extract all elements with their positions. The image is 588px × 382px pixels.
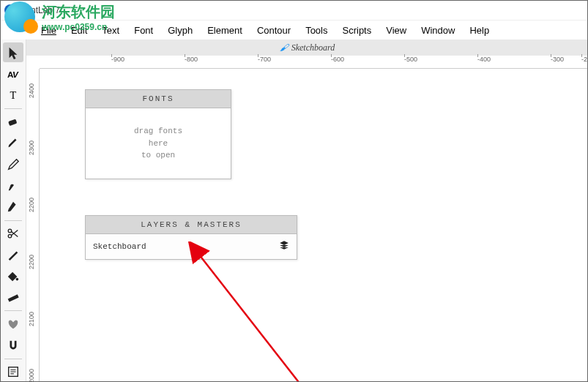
drop-hint-line: drag fonts [134,125,182,138]
svg-rect-7 [7,294,18,302]
menu-glyph[interactable]: Glyph [160,22,200,39]
note-icon[interactable] [3,362,23,382]
layers-panel-title: LAYERS & MASTERS [86,216,297,234]
pointer-icon[interactable] [3,42,23,62]
tab-label: Sketchboard [291,42,335,53]
scissors-icon[interactable] [3,224,23,244]
menu-tools[interactable]: Tools [298,22,335,39]
canvas[interactable]: FONTS drag fonts here to open LAYERS & M… [40,69,588,382]
menu-help[interactable]: Help [462,22,496,39]
title-bar: F FontLab 7 [0,0,588,20]
kerning-icon[interactable]: AV [3,64,23,83]
ruler-tick: 2000 [28,369,35,382]
menu-bar: FileEditTextFontGlyphElementContourTools… [0,20,588,40]
drop-hint-line: to open [141,149,175,162]
pencil-icon[interactable] [3,154,23,174]
ruler-tick: -400 [477,56,491,63]
heart-icon[interactable] [3,314,23,334]
fill-icon[interactable] [3,266,23,286]
menu-file[interactable]: File [34,22,64,39]
fonts-panel-title: FONTS [86,90,231,108]
layers-panel[interactable]: LAYERS & MASTERS Sketchboard [85,215,297,260]
fonts-panel-body[interactable]: drag fonts here to open [86,108,231,179]
fonts-panel[interactable]: FONTS drag fonts here to open [85,89,231,179]
ruler-tick: 2400 [28,83,35,98]
layer-name: Sketchboard [93,242,146,251]
ruler-tick: -600 [331,56,344,63]
tab-sketchboard[interactable]: 🖌 Sketchboard [280,42,335,53]
ruler-tick: 2200 [28,198,35,212]
menu-view[interactable]: View [379,22,414,39]
menu-text[interactable]: Text [94,22,127,39]
ruler-tick: -200 [581,56,588,63]
ruler-tick: -900 [111,56,124,63]
annotation-arrow [186,241,332,382]
ruler-tick: -800 [185,56,198,63]
ruler-icon[interactable] [3,288,23,307]
menu-contour[interactable]: Contour [250,22,298,39]
menu-edit[interactable]: Edit [64,22,94,39]
layers-stack-icon[interactable] [279,240,289,253]
layer-row-sketchboard[interactable]: Sketchboard [86,234,297,259]
text-icon[interactable]: T [3,85,23,105]
tab-bar: 🖌 Sketchboard [26,40,588,56]
menu-font[interactable]: Font [127,22,160,39]
menu-scripts[interactable]: Scripts [335,22,379,39]
svg-text:T: T [10,89,16,101]
magnet-icon[interactable] [3,336,23,356]
ruler-tick: -300 [551,56,564,63]
ruler-tick: 2200 [28,255,35,269]
app-icon: F [4,4,16,16]
svg-point-6 [15,277,18,280]
ruler-vertical: 240023002200220021002000 [26,69,40,382]
menu-window[interactable]: Window [414,22,462,39]
left-toolbar: AVT [0,40,26,382]
pen-icon[interactable] [3,197,23,217]
drop-hint-line: here [149,138,168,150]
menu-element[interactable]: Element [200,22,250,39]
ruler-tick: -700 [258,56,271,63]
ruler-horizontal: -900-800-700-600-500-400-300-200 [40,56,588,69]
ruler-tick: -500 [404,56,417,63]
svg-rect-3 [8,119,17,127]
knife-icon[interactable] [3,245,23,265]
ruler-tick: 2100 [28,312,35,326]
svg-line-9 [199,255,303,382]
ruler-tick: 2300 [28,141,35,155]
rapid-icon[interactable] [3,176,23,195]
brush-tab-icon: 🖌 [280,42,289,53]
app-title: FontLab 7 [21,5,60,15]
svg-text:V: V [12,69,19,78]
brush-icon[interactable] [3,133,23,153]
eraser-icon[interactable] [3,112,23,132]
